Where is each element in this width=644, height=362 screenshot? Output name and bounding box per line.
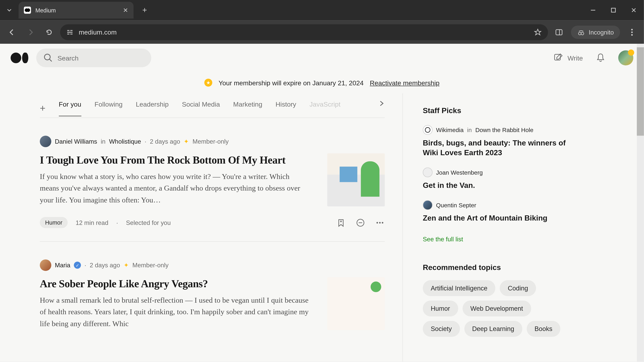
svg-point-9 bbox=[578, 32, 581, 35]
post-title: I Tough Love You From The Rock Bottom Of… bbox=[40, 153, 310, 167]
search-input[interactable]: Search bbox=[36, 49, 151, 67]
membership-banner: Your membership will expire on January 2… bbox=[0, 72, 644, 93]
url-text: medium.com bbox=[79, 28, 116, 36]
favicon-medium bbox=[24, 7, 31, 14]
recommended-topics-heading: Recommended topics bbox=[423, 264, 570, 273]
read-time: 12 min read bbox=[76, 219, 108, 226]
svg-rect-7 bbox=[556, 29, 562, 35]
add-topic-button[interactable]: + bbox=[40, 102, 46, 114]
topic-pill[interactable]: Artificial Intelligence bbox=[423, 280, 496, 296]
post-link[interactable]: I Tough Love You From The Rock Bottom Of… bbox=[40, 153, 310, 206]
minus-circle-icon bbox=[356, 218, 365, 227]
topic-pill[interactable]: Society bbox=[423, 321, 460, 337]
author-avatar[interactable] bbox=[40, 259, 51, 271]
side-panel-icon[interactable] bbox=[552, 24, 567, 39]
tab-for-you[interactable]: For you bbox=[59, 100, 81, 116]
page-content: Search Write Your membership will expire… bbox=[0, 44, 644, 362]
svg-rect-2 bbox=[67, 30, 70, 31]
topic-pill[interactable]: Web Development bbox=[462, 301, 531, 317]
tabs-scroll-right[interactable] bbox=[378, 100, 385, 107]
svg-point-12 bbox=[631, 31, 633, 33]
author-name[interactable]: Daniel Williams bbox=[55, 138, 97, 145]
forward-button[interactable] bbox=[23, 24, 38, 39]
publication-name[interactable]: Wholistique bbox=[109, 138, 141, 145]
feed-tabs: + For you Following Leadership Social Me… bbox=[40, 93, 385, 118]
tab-social-media[interactable]: Social Media bbox=[182, 100, 220, 116]
browser-menu-icon[interactable] bbox=[624, 24, 640, 39]
tab-leadership[interactable]: Leadership bbox=[136, 100, 169, 116]
in-label: in bbox=[100, 138, 106, 145]
save-button[interactable] bbox=[336, 218, 346, 227]
pick-author-avatar bbox=[423, 168, 432, 177]
bell-icon bbox=[595, 53, 606, 63]
author-avatar[interactable] bbox=[40, 136, 51, 147]
svg-point-21 bbox=[376, 222, 378, 223]
staff-picks-heading: Staff Picks bbox=[423, 107, 570, 115]
scrollbar-track[interactable] bbox=[637, 44, 644, 362]
topic-pill[interactable]: Books bbox=[526, 321, 560, 337]
svg-point-14 bbox=[44, 54, 50, 60]
browser-tab-active[interactable]: Medium ✕ bbox=[18, 2, 134, 18]
more-button[interactable] bbox=[375, 218, 385, 227]
member-only-label: Member-only bbox=[192, 138, 228, 145]
feed-post: Daniel Williams in Wholistique · 2 days … bbox=[40, 118, 385, 228]
back-button[interactable] bbox=[4, 24, 20, 39]
pick-author-avatar bbox=[423, 125, 432, 135]
svg-rect-5 bbox=[70, 30, 72, 31]
reactivate-link[interactable]: Reactivate membership bbox=[370, 79, 440, 86]
post-tag[interactable]: Humor bbox=[40, 217, 68, 228]
show-less-button[interactable] bbox=[356, 218, 365, 227]
topic-pill[interactable]: Coding bbox=[500, 280, 536, 296]
notifications-button[interactable] bbox=[595, 53, 606, 63]
see-full-list-link[interactable]: See the full list bbox=[423, 236, 463, 243]
browser-tab-strip: Medium ✕ + bbox=[0, 0, 644, 20]
bookmark-star-icon[interactable] bbox=[534, 28, 542, 36]
user-avatar[interactable] bbox=[618, 50, 634, 65]
post-excerpt: If you know what a story is, who cares h… bbox=[40, 171, 310, 206]
membership-badge-icon bbox=[204, 79, 212, 86]
post-link[interactable]: Are Sober People Like Angry Vegans? How … bbox=[40, 277, 310, 330]
topics-list: Artificial Intelligence Coding Humor Web… bbox=[423, 280, 570, 337]
tab-search-dropdown[interactable] bbox=[3, 3, 16, 17]
post-thumbnail[interactable] bbox=[327, 277, 385, 330]
pick-publication: Down the Rabbit Hole bbox=[475, 127, 533, 133]
topic-pill[interactable]: Deep Learning bbox=[464, 321, 522, 337]
close-tab-icon[interactable]: ✕ bbox=[123, 7, 128, 14]
verified-badge-icon bbox=[74, 262, 81, 269]
post-date: 2 days ago bbox=[90, 262, 120, 269]
close-window-button[interactable] bbox=[624, 0, 644, 20]
member-only-label: Member-only bbox=[132, 262, 168, 269]
address-bar: medium.com Incognito bbox=[0, 20, 644, 44]
tab-following[interactable]: Following bbox=[94, 100, 122, 116]
pick-title: Zen and the Art of Mountain Biking bbox=[423, 214, 570, 223]
staff-pick-item[interactable]: Quentin Septer Zen and the Art of Mounta… bbox=[423, 200, 570, 223]
tab-history[interactable]: History bbox=[276, 100, 296, 116]
maximize-button[interactable] bbox=[603, 0, 624, 20]
svg-line-15 bbox=[50, 59, 52, 61]
reload-button[interactable] bbox=[42, 24, 57, 39]
sidebar-column: Staff Picks Wikimedia in Down the Rabbit… bbox=[402, 93, 570, 362]
tab-title: Medium bbox=[36, 7, 118, 13]
svg-point-13 bbox=[631, 34, 633, 35]
medium-logo[interactable] bbox=[10, 53, 28, 63]
staff-pick-item[interactable]: Joan Westenberg Get in the Van. bbox=[423, 168, 570, 191]
url-field[interactable]: medium.com bbox=[60, 24, 548, 40]
member-star-icon: ✦ bbox=[124, 262, 129, 269]
svg-rect-1 bbox=[612, 8, 616, 12]
svg-point-23 bbox=[382, 222, 383, 223]
write-button[interactable]: Write bbox=[554, 53, 583, 63]
post-thumbnail[interactable] bbox=[327, 153, 385, 206]
site-info-icon[interactable] bbox=[66, 28, 74, 35]
tab-marketing[interactable]: Marketing bbox=[233, 100, 262, 116]
tab-javascript[interactable]: JavaScript bbox=[310, 100, 340, 116]
minimize-button[interactable] bbox=[583, 0, 603, 20]
author-name[interactable]: Maria bbox=[55, 262, 70, 269]
incognito-indicator[interactable]: Incognito bbox=[571, 25, 620, 39]
scrollbar-thumb[interactable] bbox=[637, 47, 644, 136]
member-star-icon: ✦ bbox=[184, 138, 189, 145]
staff-pick-item[interactable]: Wikimedia in Down the Rabbit Hole Birds,… bbox=[423, 125, 570, 158]
more-horizontal-icon bbox=[375, 218, 385, 227]
new-tab-button[interactable]: + bbox=[138, 3, 151, 17]
topic-pill[interactable]: Humor bbox=[423, 301, 458, 317]
search-icon bbox=[43, 53, 53, 63]
